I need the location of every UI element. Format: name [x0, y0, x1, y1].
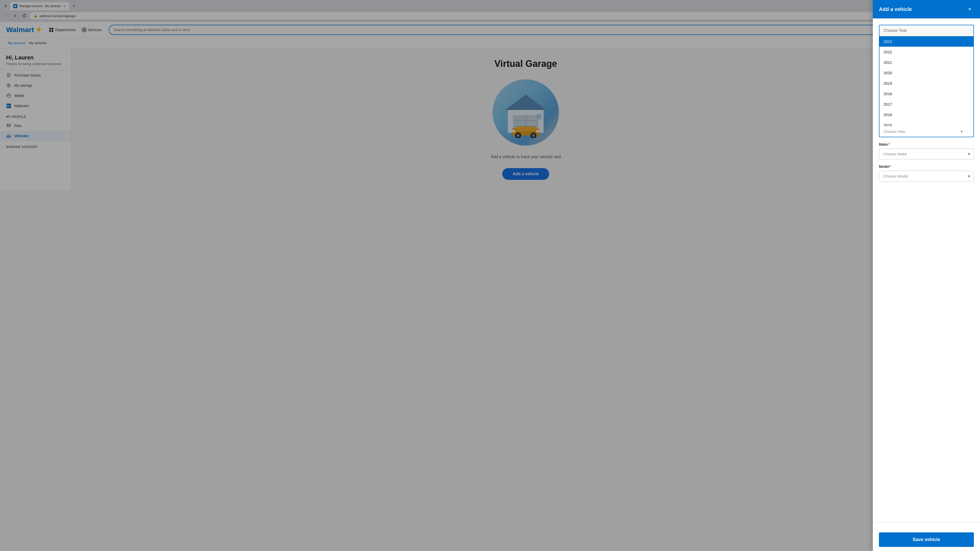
- year-item-2020[interactable]: 2020: [880, 68, 974, 78]
- make-required: *: [888, 142, 890, 146]
- year-select-value: Choose Year: [883, 129, 905, 134]
- year-select-trigger[interactable]: Choose Year ▼: [879, 126, 974, 137]
- year-item-2021[interactable]: 2021: [880, 57, 974, 68]
- year-chevron-icon: ▼: [960, 130, 963, 133]
- year-item-2017[interactable]: 2017: [880, 99, 974, 110]
- model-field-wrapper: Model * Choose Model ▼: [879, 165, 974, 182]
- make-select[interactable]: Choose Make: [879, 148, 974, 159]
- year-dropdown-container: Choose Year 2023 2022 2021 2020 2019 201…: [879, 48, 974, 137]
- make-field-wrapper: Make * Choose Make ▼: [879, 142, 974, 159]
- year-list[interactable]: Choose Year 2023 2022 2021 2020 2019 201…: [879, 48, 974, 127]
- make-select-wrapper: Choose Make ▼: [879, 148, 974, 159]
- model-required: *: [890, 165, 891, 168]
- model-select-wrapper: Choose Model ▼: [879, 171, 974, 182]
- model-label: Model *: [879, 165, 974, 168]
- overlay[interactable]: [0, 48, 980, 190]
- year-item-2016[interactable]: 2016: [880, 110, 974, 120]
- make-label: Make *: [879, 142, 974, 146]
- add-vehicle-panel: Add a vehicle × Choose Year 2023 2022 20…: [873, 48, 980, 190]
- year-item-2015[interactable]: 2015: [880, 120, 974, 127]
- year-item-2022[interactable]: 2022: [880, 48, 974, 57]
- panel-body: Choose Year 2023 2022 2021 2020 2019 201…: [873, 48, 980, 190]
- year-item-2018[interactable]: 2018: [880, 89, 974, 99]
- year-item-2019[interactable]: 2019: [880, 78, 974, 89]
- main-content: Hi, Lauren Thanks for being a Walmart cu…: [0, 48, 980, 190]
- model-select[interactable]: Choose Model: [879, 171, 974, 182]
